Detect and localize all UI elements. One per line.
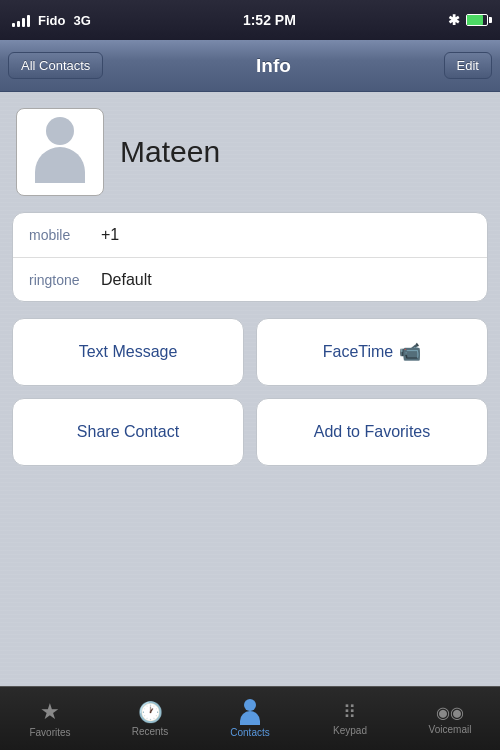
favorites-icon: ★ bbox=[40, 699, 60, 725]
signal-bar-4 bbox=[27, 15, 30, 27]
tab-voicemail[interactable]: ◉◉ Voicemail bbox=[400, 699, 500, 739]
status-bar: Fido 3G 1:52 PM ✱ bbox=[0, 0, 500, 40]
nav-title: Info bbox=[256, 55, 291, 77]
action-grid: Text Message FaceTime 📹 Share Contact Ad… bbox=[12, 318, 488, 466]
share-contact-button[interactable]: Share Contact bbox=[12, 398, 244, 466]
recents-icon: 🕐 bbox=[138, 700, 163, 724]
tab-contacts[interactable]: Contacts bbox=[200, 695, 300, 742]
avatar bbox=[16, 108, 104, 196]
tab-keypad[interactable]: ⠿ Keypad bbox=[300, 697, 400, 740]
info-value-ringtone: Default bbox=[101, 271, 152, 289]
recents-label: Recents bbox=[132, 726, 169, 737]
info-label-ringtone: ringtone bbox=[29, 272, 101, 288]
tab-recents[interactable]: 🕐 Recents bbox=[100, 696, 200, 741]
status-right: ✱ bbox=[448, 12, 488, 28]
main-content: Mateen mobile +1 ringtone Default Text M… bbox=[0, 92, 500, 686]
avatar-body bbox=[35, 147, 85, 183]
facetime-button[interactable]: FaceTime 📹 bbox=[256, 318, 488, 386]
info-label-mobile: mobile bbox=[29, 227, 101, 243]
battery-icon bbox=[466, 14, 488, 26]
facetime-icon: 📹 bbox=[399, 341, 421, 363]
info-row-ringtone: ringtone Default bbox=[13, 257, 487, 301]
network-text: 3G bbox=[73, 13, 90, 28]
tab-favorites[interactable]: ★ Favorites bbox=[0, 695, 100, 742]
status-time: 1:52 PM bbox=[243, 12, 296, 28]
favorites-label: Favorites bbox=[29, 727, 70, 738]
contacts-icon bbox=[237, 699, 263, 725]
contact-header: Mateen bbox=[12, 108, 488, 196]
info-value-mobile: +1 bbox=[101, 226, 119, 244]
back-button[interactable]: All Contacts bbox=[8, 52, 103, 79]
status-left: Fido 3G bbox=[12, 13, 91, 28]
voicemail-icon: ◉◉ bbox=[436, 703, 464, 722]
edit-button[interactable]: Edit bbox=[444, 52, 492, 79]
info-card: mobile +1 ringtone Default bbox=[12, 212, 488, 302]
signal-bar-1 bbox=[12, 23, 15, 27]
voicemail-label: Voicemail bbox=[429, 724, 472, 735]
signal-bar-3 bbox=[22, 18, 25, 27]
contacts-icon-head bbox=[244, 699, 256, 711]
contacts-icon-body bbox=[240, 711, 260, 725]
info-row-mobile: mobile +1 bbox=[13, 213, 487, 257]
add-to-favorites-button[interactable]: Add to Favorites bbox=[256, 398, 488, 466]
nav-bar: All Contacts Info Edit bbox=[0, 40, 500, 92]
signal-bars bbox=[12, 13, 30, 27]
carrier-text: Fido bbox=[38, 13, 65, 28]
contacts-label: Contacts bbox=[230, 727, 269, 738]
text-message-label: Text Message bbox=[79, 343, 178, 361]
signal-bar-2 bbox=[17, 21, 20, 27]
text-message-button[interactable]: Text Message bbox=[12, 318, 244, 386]
avatar-head bbox=[46, 117, 74, 145]
avatar-silhouette bbox=[30, 117, 90, 187]
add-to-favorites-label: Add to Favorites bbox=[314, 423, 431, 441]
bluetooth-icon: ✱ bbox=[448, 12, 460, 28]
facetime-label: FaceTime bbox=[323, 343, 394, 361]
battery-fill bbox=[467, 15, 483, 25]
keypad-icon: ⠿ bbox=[343, 701, 357, 723]
share-contact-label: Share Contact bbox=[77, 423, 179, 441]
contact-name: Mateen bbox=[120, 135, 220, 169]
keypad-label: Keypad bbox=[333, 725, 367, 736]
tab-bar: ★ Favorites 🕐 Recents Contacts ⠿ Keypad … bbox=[0, 686, 500, 750]
